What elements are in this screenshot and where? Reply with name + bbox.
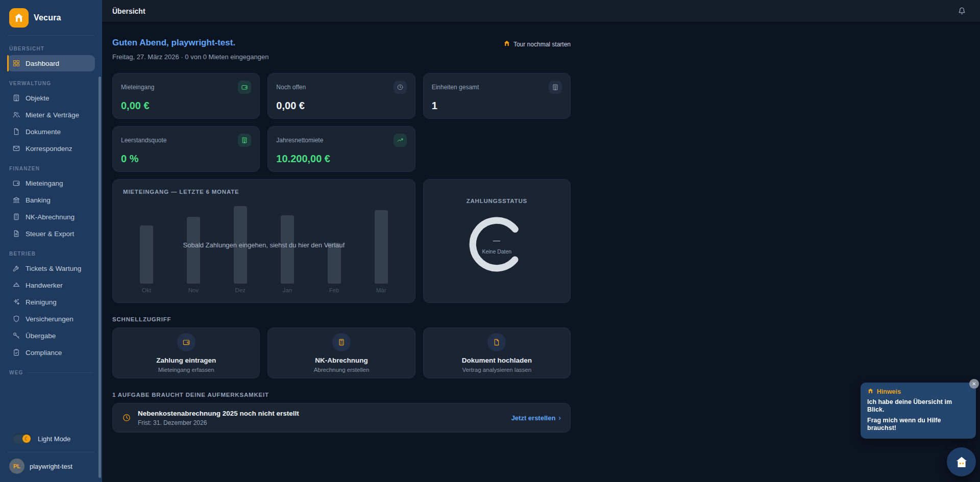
sidebar-nav: ÜBERSICHTDashboardVERWALTUNGObjekteMiete… xyxy=(7,37,95,430)
app-logo[interactable]: Vecura xyxy=(7,8,95,28)
building-icon xyxy=(238,134,251,147)
quick-card-zahlung-eintragen[interactable]: Zahlung eintragenMieteingang erfassen xyxy=(112,327,260,378)
close-icon[interactable]: ✕ xyxy=(969,379,979,389)
house-icon xyxy=(867,388,874,396)
month-label: Nov xyxy=(188,287,199,294)
house-icon xyxy=(503,40,510,48)
chevron-right-icon: › xyxy=(558,414,561,422)
stat-label: Mieteingang xyxy=(121,84,154,91)
ghost-bar-okt: Okt xyxy=(123,206,170,294)
light-mode-toggle[interactable]: ☾ Light Mode xyxy=(7,430,95,447)
shield-icon xyxy=(12,315,20,323)
building-icon xyxy=(12,94,20,102)
sidebar-item-label: Banking xyxy=(26,196,51,204)
section-label-weg: WEG xyxy=(9,370,93,375)
payment-status-title: ZAHLUNGSSTATUS xyxy=(467,198,527,204)
moon-icon: ☾ xyxy=(22,435,31,443)
sidebar-item-handwerker[interactable]: Handwerker xyxy=(7,277,95,293)
stat-value: 0,00 € xyxy=(276,100,406,112)
sidebar-item-label: Dashboard xyxy=(26,60,59,67)
donut-center-value: — xyxy=(493,236,501,244)
sidebar-scrollbar[interactable] xyxy=(99,77,101,478)
stat-value: 10.200,00 € xyxy=(276,153,406,165)
ghost-bar-feb: Feb xyxy=(311,206,358,294)
month-label: Jan xyxy=(283,287,292,294)
stat-card-leerstandsquote: Leerstandsquote0 % xyxy=(112,126,260,172)
sidebar-item-nk-abrechnung[interactable]: NK-Abrechnung xyxy=(7,209,95,225)
quick-card-nk-abrechnung[interactable]: NK-AbrechnungAbrechnung erstellen xyxy=(267,327,415,378)
quick-card-title: NK-Abrechnung xyxy=(315,357,368,364)
stat-value: 1 xyxy=(432,100,562,112)
sidebar-item-mieter-verträge[interactable]: Mieter & Verträge xyxy=(7,107,95,123)
section-label-verwaltung: VERWALTUNG xyxy=(9,81,93,86)
ghost-bar-mär: Mär xyxy=(358,206,405,294)
stat-card-mieteingang: Mieteingang0,00 € xyxy=(112,73,260,119)
stat-card-jahresnettomiete: Jahresnettomiete10.200,00 € xyxy=(267,126,415,172)
sidebar-item-label: Dokumente xyxy=(26,128,61,136)
bell-icon[interactable] xyxy=(957,6,967,16)
sidebar-item-übergabe[interactable]: Übergabe xyxy=(7,327,95,344)
filetext-icon xyxy=(12,230,20,238)
sidebar-item-label: Objekte xyxy=(26,94,50,102)
section-label-finanzen: FINANZEN xyxy=(9,166,93,171)
restart-tour-link[interactable]: Tour nochmal starten xyxy=(503,40,571,48)
sidebar-item-label: Versicherungen xyxy=(26,315,74,323)
sidebar-item-label: Übergabe xyxy=(26,332,56,340)
sidebar-item-dashboard[interactable]: Dashboard xyxy=(7,55,95,71)
task-action-label: Jetzt erstellen xyxy=(511,414,556,422)
quick-access-grid: Zahlung eintragenMieteingang erfassenNK-… xyxy=(112,327,571,378)
sidebar-item-label: Reinigung xyxy=(26,298,57,306)
users-icon xyxy=(12,111,20,119)
task-action-link[interactable]: Jetzt erstellen › xyxy=(511,414,561,422)
hint-toast: Hinweis Ich habe deine Übersicht im Blic… xyxy=(861,383,976,439)
stat-label: Einheiten gesamt xyxy=(432,84,479,91)
trend-icon xyxy=(394,134,407,147)
month-label: Okt xyxy=(142,287,151,294)
sidebar-item-versicherungen[interactable]: Versicherungen xyxy=(7,311,95,327)
calc-icon xyxy=(332,333,351,351)
sidebar-item-dokumente[interactable]: Dokumente xyxy=(7,123,95,140)
wallet-icon xyxy=(238,81,251,94)
tour-link-label: Tour nochmal starten xyxy=(513,41,571,48)
sidebar-item-label: Tickets & Wartung xyxy=(26,265,81,272)
toggle-track[interactable]: ☾ xyxy=(12,434,32,444)
task-card[interactable]: Nebenkostenabrechnung 2025 noch nicht er… xyxy=(112,403,571,433)
user-menu[interactable]: PL playwright-test xyxy=(7,452,95,475)
rent-chart-card: MIETEINGANG — LETZTE 6 MONATE OktNovDezJ… xyxy=(112,179,415,303)
toast-line: Frag mich wenn du Hilfe brauchst! xyxy=(867,417,969,433)
quick-card-title: Dokument hochladen xyxy=(462,357,532,364)
grid-icon xyxy=(12,59,20,67)
building-icon xyxy=(549,81,562,94)
sidebar-item-compliance[interactable]: Compliance xyxy=(7,344,95,361)
hardhat-icon xyxy=(12,281,20,289)
quick-card-subtitle: Abrechnung erstellen xyxy=(314,367,370,373)
chart-empty-message: Sobald Zahlungen eingehen, siehst du hie… xyxy=(113,241,415,249)
mail-icon xyxy=(12,144,20,153)
sidebar-item-reinigung[interactable]: Reinigung xyxy=(7,294,95,310)
greeting-block: Guten Abend, playwright-test. Freitag, 2… xyxy=(112,38,268,61)
stat-card-noch-offen: Noch offen0,00 € xyxy=(267,73,415,119)
sidebar-item-banking[interactable]: Banking xyxy=(7,192,95,208)
quick-card-subtitle: Vertrag analysieren lassen xyxy=(462,367,532,373)
section-label-betrieb: BETRIEB xyxy=(9,251,93,257)
quick-card-dokument-hochladen[interactable]: Dokument hochladenVertrag analysieren la… xyxy=(423,327,571,378)
sparkles-icon xyxy=(12,298,20,306)
assistant-fab-button[interactable] xyxy=(947,447,976,476)
payment-status-donut: — Keine Daten xyxy=(465,213,528,277)
greeting-subtitle: Freitag, 27. März 2026 · 0 von 0 Mieten … xyxy=(112,53,268,61)
sidebar-item-steuer-export[interactable]: Steuer & Export xyxy=(7,225,95,242)
wallet-icon xyxy=(12,179,20,187)
stat-value: 0 % xyxy=(121,153,251,165)
bank-icon xyxy=(12,196,20,204)
doc-icon xyxy=(487,333,506,351)
ghost-bar-nov: Nov xyxy=(170,206,217,294)
sidebar-item-mieteingang[interactable]: Mieteingang xyxy=(7,175,95,191)
ghost-bars: OktNovDezJanFebMär xyxy=(123,206,405,294)
sidebar-item-tickets-wartung[interactable]: Tickets & Wartung xyxy=(7,260,95,276)
sidebar-item-label: Mieter & Verträge xyxy=(26,111,79,119)
task-deadline: Frist: 31. Dezember 2026 xyxy=(138,419,299,426)
dashboard-content: Guten Abend, playwright-test. Freitag, 2… xyxy=(102,22,980,482)
sidebar-item-korrespondenz[interactable]: Korrespondenz xyxy=(7,140,95,157)
sidebar-item-objekte[interactable]: Objekte xyxy=(7,90,95,106)
sidebar-item-label: Steuer & Export xyxy=(26,230,74,238)
